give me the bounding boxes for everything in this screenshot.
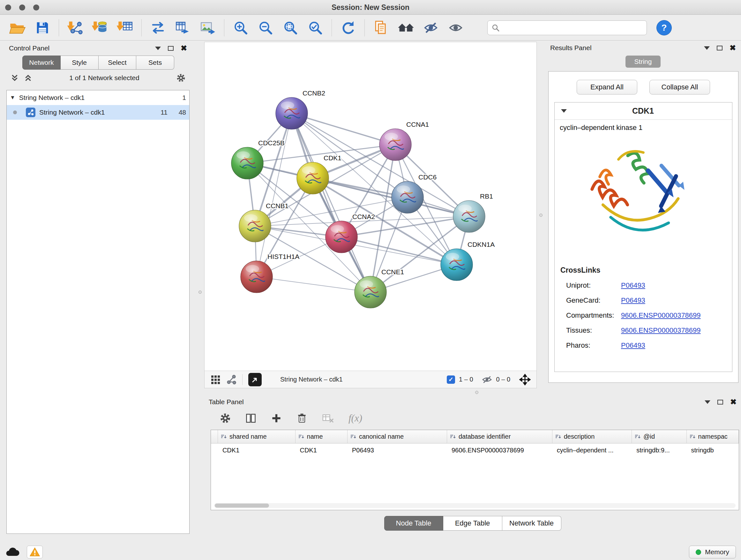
table-cell[interactable]: P06493 (347, 443, 447, 457)
column-header-database-identifier[interactable]: database identifier (447, 430, 552, 443)
right-splitter-handle[interactable] (539, 213, 542, 217)
export-table-button[interactable] (171, 17, 195, 38)
hide-selected-button[interactable] (418, 17, 443, 38)
maximize-window-button[interactable] (33, 4, 39, 10)
pan-move-icon[interactable] (519, 374, 531, 385)
show-all-button[interactable] (443, 17, 468, 38)
show-columns-icon[interactable] (245, 413, 257, 424)
minimize-window-button[interactable] (19, 4, 25, 10)
panel-menu-icon[interactable] (704, 400, 711, 404)
network-node-rb1[interactable] (453, 200, 485, 233)
tab-style[interactable]: Style (61, 56, 98, 70)
column-header-shared-name[interactable]: shared name (218, 430, 295, 443)
section-disclosure-icon[interactable] (561, 109, 567, 113)
close-window-button[interactable] (5, 4, 11, 10)
collapse-all-icon[interactable] (10, 73, 19, 82)
tab-node-table[interactable]: Node Table (384, 516, 443, 531)
scrollbar-thumb[interactable] (215, 503, 269, 508)
delete-column-icon[interactable] (296, 413, 308, 424)
crosslink-link[interactable]: P06493 (621, 341, 645, 350)
close-panel-icon[interactable]: ✖ (730, 44, 736, 52)
network-node-cdc25b[interactable] (231, 147, 263, 179)
network-node-ccnb1[interactable] (239, 210, 271, 242)
open-in-browser-button[interactable] (248, 373, 262, 386)
close-panel-icon[interactable]: ✖ (181, 44, 187, 52)
selected-checkbox-icon[interactable]: ✓ (447, 375, 455, 384)
float-panel-icon[interactable] (718, 400, 723, 405)
network-edge[interactable] (292, 113, 395, 145)
close-panel-icon[interactable]: ✖ (730, 398, 737, 406)
fit-content-button[interactable] (278, 17, 303, 38)
table-cell[interactable]: cyclin–dependent ... (552, 443, 632, 457)
crosslink-link[interactable]: P06493 (621, 296, 645, 305)
panel-menu-icon[interactable] (704, 46, 710, 50)
function-builder-icon[interactable]: f(x) (348, 413, 362, 424)
crosslink-link[interactable]: 9606.ENSP00000378699 (621, 311, 701, 320)
first-neighbors-button[interactable] (394, 17, 418, 38)
network-collection-row[interactable]: ▼ String Network – cdk1 1 (7, 90, 189, 105)
network-node-cdk1[interactable] (297, 162, 329, 194)
table-settings-gear-icon[interactable] (219, 413, 231, 424)
column-header-name[interactable]: name (295, 430, 347, 443)
network-edge[interactable] (292, 113, 370, 292)
network-node-hist1h1a[interactable] (241, 261, 273, 293)
share-view-icon[interactable] (226, 374, 237, 385)
global-search-input[interactable] (503, 24, 643, 31)
tab-network[interactable]: Network (22, 56, 61, 70)
network-node-cdc6[interactable] (392, 181, 423, 213)
column-header-namespac[interactable]: namespac (687, 430, 739, 443)
horizontal-splitter-handle[interactable] (475, 391, 478, 394)
expand-all-button[interactable]: Expand All (577, 80, 637, 95)
import-table-button[interactable] (113, 17, 138, 38)
network-edge[interactable] (257, 113, 292, 277)
crosslink-link[interactable]: 9606.ENSP00000378699 (621, 326, 701, 334)
new-network-from-selection-button[interactable] (368, 17, 394, 38)
network-node-ccnb2[interactable] (276, 98, 308, 129)
table-horizontal-scrollbar[interactable] (214, 503, 736, 508)
network-canvas[interactable]: CCNB2CCNB2CCNA1CCNA1CDC25BCDC25BCDK1CDK1… (205, 42, 536, 371)
zoom-selected-button[interactable] (303, 17, 328, 38)
save-session-button[interactable] (30, 17, 55, 38)
tab-edge-table[interactable]: Edge Table (443, 516, 502, 531)
expand-all-icon[interactable] (23, 73, 32, 82)
grid-view-icon[interactable] (210, 374, 220, 385)
column-header--id[interactable]: @id (632, 430, 686, 443)
export-network-button[interactable] (145, 17, 171, 38)
zoom-out-button[interactable] (253, 17, 278, 38)
warnings-button[interactable] (27, 546, 43, 558)
tab-select[interactable]: Select (98, 56, 137, 70)
network-row[interactable]: String Network – cdk1 11 48 (7, 105, 189, 120)
gear-icon[interactable] (176, 73, 186, 83)
float-panel-icon[interactable] (717, 46, 723, 51)
float-panel-icon[interactable] (168, 46, 174, 51)
table-cell[interactable]: stringdb (687, 443, 739, 457)
table-cell[interactable]: CDK1 (295, 443, 347, 457)
tab-string[interactable]: String (625, 56, 661, 68)
table-cell[interactable]: stringdb:9... (632, 443, 686, 457)
zoom-in-button[interactable] (228, 17, 253, 38)
import-network-database-button[interactable] (88, 17, 113, 38)
table-cell[interactable]: CDK1 (218, 443, 295, 457)
panel-menu-icon[interactable] (155, 47, 161, 50)
network-node-ccna1[interactable] (380, 129, 411, 161)
collapse-all-button[interactable]: Collapse All (650, 80, 710, 95)
network-node-ccne1[interactable] (354, 276, 387, 308)
disclosure-triangle-icon[interactable]: ▼ (10, 95, 15, 101)
apply-layout-button[interactable] (336, 17, 360, 38)
tab-sets[interactable]: Sets (136, 56, 174, 70)
cloud-icon[interactable] (5, 547, 20, 557)
table-cell[interactable]: 9606.ENSP00000378699 (447, 443, 552, 457)
left-splitter-handle[interactable] (199, 291, 202, 294)
open-session-button[interactable] (5, 17, 30, 38)
memory-button[interactable]: Memory (689, 546, 736, 558)
column-header-canonical-name[interactable]: canonical name (347, 430, 447, 443)
import-network-file-button[interactable] (63, 17, 88, 38)
network-edge[interactable] (257, 277, 370, 292)
network-node-cdkn1a[interactable] (441, 249, 473, 281)
help-button[interactable]: ? (657, 20, 672, 36)
export-image-button[interactable] (195, 17, 220, 38)
add-column-icon[interactable] (271, 413, 282, 424)
network-node-ccna2[interactable] (326, 221, 357, 253)
tab-network-table[interactable]: Network Table (502, 516, 561, 531)
crosslink-link[interactable]: P06493 (621, 281, 645, 290)
